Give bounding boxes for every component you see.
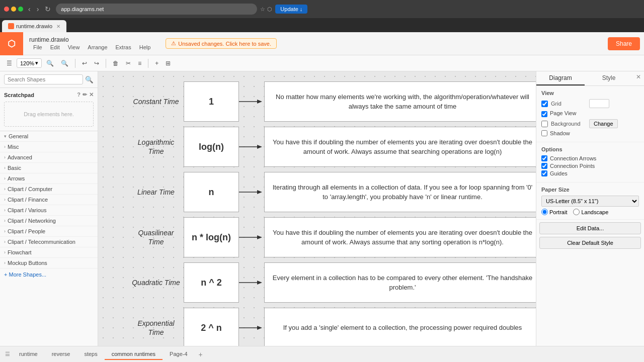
shadow-checkbox[interactable] (541, 130, 547, 136)
category-clipart-telecom-header[interactable]: › Clipart / Telecommunication (0, 237, 98, 247)
tab-close-icon[interactable]: ✕ (56, 24, 60, 29)
tab-style[interactable]: Style (585, 71, 633, 85)
orientation-row: Portrait Landscape (541, 209, 639, 215)
category-clipart-networking-header[interactable]: › Clipart / Networking (0, 216, 98, 226)
drag-label: Drag elements here. (24, 111, 74, 117)
page-tab-page4[interactable]: Page-4 (163, 349, 194, 360)
tab-diagram[interactable]: Diagram (536, 71, 585, 85)
grid-checkbox[interactable] (541, 101, 548, 107)
sidebar-toggle-button[interactable]: ☰ (4, 58, 15, 68)
description-logarithmic-text: You have this if doubling the number of … (271, 137, 534, 157)
category-clipart-finance-header[interactable]: › Clipart / Finance (0, 195, 98, 205)
category-advanced-header[interactable]: › Advanced (0, 152, 98, 162)
reload-button[interactable]: ↻ (43, 4, 53, 14)
close-icon[interactable]: ✕ (89, 92, 94, 98)
category-flowchart-header[interactable]: › Flowchart (0, 247, 98, 257)
right-panel-close[interactable]: ✕ (633, 71, 644, 85)
page-tab-runtime[interactable]: runtime (12, 349, 45, 360)
connection-arrows-checkbox[interactable] (541, 155, 547, 161)
category-mockup-header[interactable]: › Mockup Buttons (0, 258, 98, 268)
search-input[interactable] (4, 74, 83, 84)
extensions-icon[interactable]: ⬡ (267, 6, 272, 13)
page-tab-reverse[interactable]: reverse (45, 349, 77, 360)
scratchpad-header[interactable]: Scratchpad ? ✏ ✕ (0, 90, 98, 100)
arrow-linear (239, 187, 264, 197)
edit-icon[interactable]: ✏ (83, 92, 87, 98)
table-button[interactable]: ⊞ (163, 58, 173, 68)
arrow-svg-quasilinear (239, 232, 264, 242)
category-arrows-header[interactable]: › Arrows (0, 173, 98, 184)
category-general-label: General (9, 133, 28, 139)
menu-help[interactable]: Help (135, 43, 155, 51)
delete-button[interactable]: 🗑 (110, 58, 121, 68)
menu-file[interactable]: File (29, 43, 46, 51)
zoom-control[interactable]: 120% ▾ (17, 58, 42, 68)
forward-button[interactable]: › (35, 4, 41, 14)
browser-tab[interactable]: runtime.drawio ✕ (2, 20, 66, 32)
browser-navigation: ‹ › ↻ (26, 4, 53, 14)
description-constant-text: No matter how many elements we're workin… (271, 92, 534, 112)
back-button[interactable]: ‹ (26, 4, 33, 14)
svg-marker-7 (257, 235, 262, 239)
notation-constant-value: 1 (209, 97, 214, 107)
svg-marker-5 (257, 190, 262, 194)
landscape-radio[interactable] (573, 209, 580, 215)
category-clipart-various-header[interactable]: › Clipart / Various (0, 205, 98, 215)
minimize-traffic-light[interactable] (11, 7, 16, 12)
page-tab-menu[interactable]: ☰ (3, 350, 12, 358)
share-button[interactable]: Share (608, 37, 640, 50)
edit-data-button[interactable]: Edit Data... (539, 222, 641, 234)
menu-view[interactable]: View (64, 43, 84, 51)
category-misc-header[interactable]: › Misc (0, 142, 98, 152)
clear-style-button[interactable]: Clear Default Style (539, 237, 641, 249)
format-button[interactable]: ≡ (135, 58, 144, 68)
unsaved-changes-button[interactable]: ⚠ Unsaved changes. Click here to save. (166, 38, 277, 49)
category-clipart-people-header[interactable]: › Clipart / People (0, 226, 98, 236)
search-button[interactable]: 🔍 (85, 76, 94, 83)
insert-button[interactable]: + (152, 58, 161, 68)
category-misc-label: Misc (8, 144, 19, 150)
page-view-checkbox[interactable] (541, 111, 547, 117)
zoom-in-button[interactable]: 🔍 (44, 58, 56, 68)
address-bar[interactable]: app.diagrams.net (56, 4, 257, 15)
guides-checkbox[interactable] (541, 170, 547, 176)
right-panel-tabs: Diagram Style ✕ (536, 71, 644, 86)
undo-button[interactable]: ↩ (79, 58, 90, 68)
paper-size-select[interactable]: US-Letter (8.5" x 11") (541, 196, 639, 207)
close-traffic-light[interactable] (4, 7, 9, 12)
description-linear: Iterating through all elements in a coll… (264, 172, 536, 212)
chevron-icon-clipart-finance: › (4, 197, 6, 202)
menu-extras[interactable]: Extras (112, 43, 135, 51)
add-page-button[interactable]: + (195, 348, 207, 360)
help-icon[interactable]: ? (77, 92, 80, 98)
canvas-area[interactable]: Constant Time 1 No matter how many eleme… (98, 71, 536, 346)
portrait-radio[interactable] (541, 209, 548, 215)
cut-button[interactable]: ✂ (123, 58, 133, 68)
redo-button[interactable]: ↪ (92, 58, 102, 68)
connection-points-checkbox[interactable] (541, 163, 547, 169)
category-general-header[interactable]: ▾ General (0, 131, 98, 141)
page-tab-steps[interactable]: steps (77, 349, 104, 360)
category-mockup-label: Mockup Buttons (8, 260, 47, 266)
more-shapes-button[interactable]: + More Shapes... (0, 268, 98, 281)
page-tab-common-runtimes[interactable]: common runtimes (105, 349, 163, 360)
arrow-svg-constant (239, 97, 264, 107)
background-checkbox[interactable] (541, 121, 548, 127)
zoom-dropdown-icon[interactable]: ▾ (35, 60, 38, 66)
chevron-icon-clipart-people: › (4, 229, 6, 234)
category-clipart-computer-header[interactable]: › Clipart / Computer (0, 184, 98, 194)
bookmark-icon[interactable]: ☆ (260, 6, 265, 13)
menu-edit[interactable]: Edit (46, 43, 64, 51)
grid-value-input[interactable]: 10 pt (589, 99, 609, 108)
tab-favicon (8, 23, 14, 29)
change-background-button[interactable]: Change (589, 119, 618, 128)
zoom-out-button[interactable]: 🔍 (58, 58, 71, 68)
notation-quadratic: n ^ 2 (184, 262, 239, 303)
maximize-traffic-light[interactable] (18, 7, 23, 12)
more-shapes-label: + More Shapes... (4, 272, 46, 278)
notation-logarithmic: log(n) (184, 127, 239, 167)
menu-arrange[interactable]: Arrange (84, 43, 111, 51)
update-button[interactable]: Update ↓ (275, 5, 307, 14)
category-basic-header[interactable]: › Basic (0, 163, 98, 173)
app-header: ⬡ runtime.drawio File Edit View Arrange … (0, 32, 644, 55)
